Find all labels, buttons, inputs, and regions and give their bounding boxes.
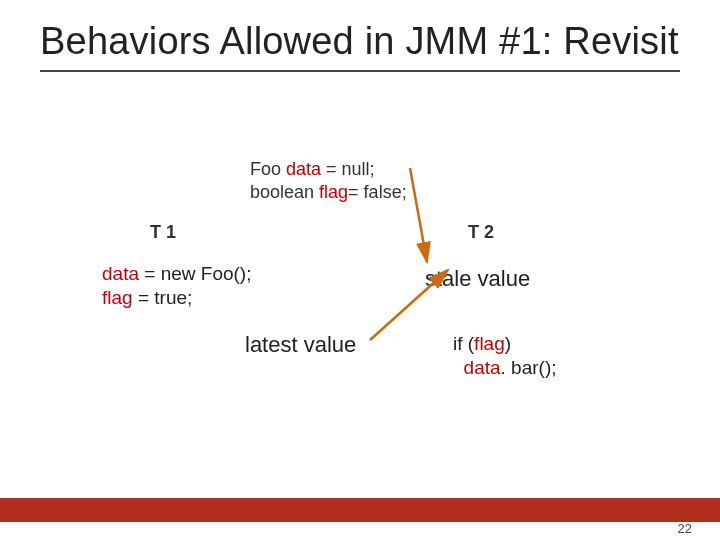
slide: Behaviors Allowed in JMM #1: Revisit Foo… bbox=[0, 0, 720, 540]
slide-title: Behaviors Allowed in JMM #1: Revisit bbox=[40, 20, 680, 64]
text: ) bbox=[505, 333, 511, 354]
page-number: 22 bbox=[678, 521, 692, 536]
thread-2-code: if (flag) data. bar(); bbox=[453, 332, 557, 380]
text: Foo bbox=[250, 159, 286, 179]
keyword-flag: flag bbox=[474, 333, 505, 354]
text: = null; bbox=[321, 159, 375, 179]
shared-line-2: boolean flag= false; bbox=[250, 181, 407, 204]
keyword-data: data bbox=[286, 159, 321, 179]
thread-1-code: data = new Foo(); flag = true; bbox=[102, 262, 251, 310]
text: boolean bbox=[250, 182, 319, 202]
stale-value-label: stale value bbox=[425, 266, 530, 292]
t2-line-1: if (flag) bbox=[453, 332, 557, 356]
footer-bar bbox=[0, 498, 720, 522]
thread-1-label: T 1 bbox=[150, 222, 176, 243]
arrow-stale bbox=[410, 168, 427, 262]
keyword-flag: flag bbox=[319, 182, 348, 202]
text: if ( bbox=[453, 333, 474, 354]
text: = true; bbox=[133, 287, 193, 308]
thread-2-label: T 2 bbox=[468, 222, 494, 243]
t2-line-2: data. bar(); bbox=[453, 356, 557, 380]
t1-line-1: data = new Foo(); bbox=[102, 262, 251, 286]
keyword-flag: flag bbox=[102, 287, 133, 308]
title-container: Behaviors Allowed in JMM #1: Revisit bbox=[40, 20, 680, 72]
keyword-data: data bbox=[464, 357, 501, 378]
text: = new Foo(); bbox=[139, 263, 251, 284]
t1-line-2: flag = true; bbox=[102, 286, 251, 310]
text bbox=[453, 357, 464, 378]
text: . bar(); bbox=[501, 357, 557, 378]
shared-declarations: Foo data = null; boolean flag= false; bbox=[250, 158, 407, 203]
text: = false; bbox=[348, 182, 407, 202]
shared-line-1: Foo data = null; bbox=[250, 158, 407, 181]
keyword-data: data bbox=[102, 263, 139, 284]
latest-value-label: latest value bbox=[245, 332, 356, 358]
